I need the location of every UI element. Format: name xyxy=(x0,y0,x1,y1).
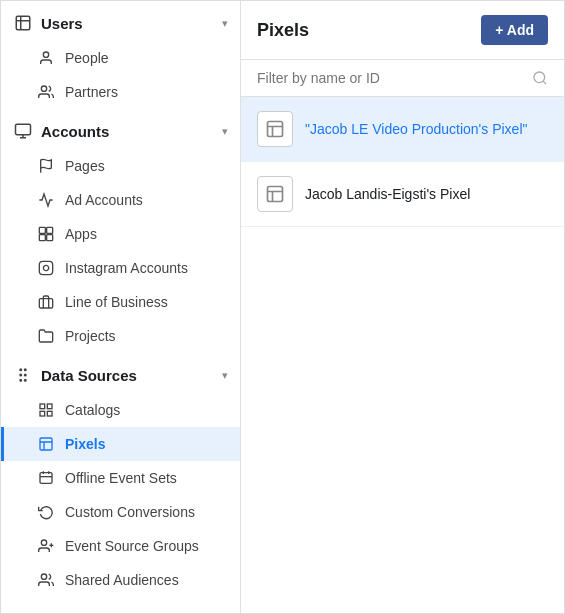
svg-rect-11 xyxy=(39,235,45,241)
pixel-list: "Jacob LE Video Production's Pixel" Jaco… xyxy=(241,97,564,613)
sidebar-item-ad-accounts[interactable]: Ad Accounts xyxy=(1,183,240,217)
pages-label: Pages xyxy=(65,158,105,174)
partners-label: Partners xyxy=(65,84,118,100)
ad-accounts-icon xyxy=(37,191,55,209)
accounts-section-label: Accounts xyxy=(41,123,109,140)
svg-point-18 xyxy=(20,380,22,382)
svg-point-17 xyxy=(20,369,22,371)
accounts-section-icon xyxy=(13,121,33,141)
section-users[interactable]: Users ▾ xyxy=(1,1,240,41)
sidebar-item-instagram-accounts[interactable]: Instagram Accounts xyxy=(1,251,240,285)
svg-rect-10 xyxy=(47,227,53,233)
users-section-label: Users xyxy=(41,15,83,32)
pixel-item-icon-1 xyxy=(257,111,293,147)
svg-rect-37 xyxy=(268,122,283,137)
svg-rect-9 xyxy=(39,227,45,233)
svg-rect-27 xyxy=(40,473,52,484)
svg-point-21 xyxy=(25,380,27,382)
sidebar-item-pages[interactable]: Pages xyxy=(1,149,240,183)
catalogs-icon xyxy=(37,401,55,419)
search-input[interactable] xyxy=(257,70,524,86)
custom-conversions-label: Custom Conversions xyxy=(65,504,195,520)
svg-point-31 xyxy=(41,540,46,545)
svg-rect-0 xyxy=(16,16,30,30)
svg-rect-25 xyxy=(40,411,45,416)
pixel-name-1: "Jacob LE Video Production's Pixel" xyxy=(305,121,527,137)
business-icon xyxy=(37,293,55,311)
pixels-icon xyxy=(37,435,55,453)
svg-rect-5 xyxy=(16,124,31,135)
section-accounts[interactable]: Accounts ▾ xyxy=(1,109,240,149)
svg-point-19 xyxy=(25,374,27,376)
pixel-name-2: Jacob Landis-Eigsti's Pixel xyxy=(305,186,470,202)
main-header: Pixels + Add xyxy=(241,1,564,60)
offline-event-sets-label: Offline Event Sets xyxy=(65,470,177,486)
sidebar-item-apps[interactable]: Apps xyxy=(1,217,240,251)
sidebar-item-projects[interactable]: Projects xyxy=(1,319,240,353)
add-button[interactable]: + Add xyxy=(481,15,548,45)
pixels-label: Pixels xyxy=(65,436,105,452)
partners-icon xyxy=(37,83,55,101)
data-sources-chevron-icon: ▾ xyxy=(222,369,228,382)
projects-icon xyxy=(37,327,55,345)
sidebar-item-pixels[interactable]: Pixels xyxy=(1,427,240,461)
data-sources-section-label: Data Sources xyxy=(41,367,137,384)
accounts-chevron-icon: ▾ xyxy=(222,125,228,138)
sidebar-item-offline-event-sets[interactable]: Offline Event Sets xyxy=(1,461,240,495)
svg-rect-15 xyxy=(39,299,52,308)
pages-icon xyxy=(37,157,55,175)
svg-rect-22 xyxy=(40,404,45,409)
apps-icon xyxy=(37,225,55,243)
apps-label: Apps xyxy=(65,226,97,242)
users-chevron-icon: ▾ xyxy=(222,17,228,30)
people-label: People xyxy=(65,50,109,66)
main-content: Pixels + Add "Jacob LE Video Production'… xyxy=(241,1,564,613)
svg-point-16 xyxy=(20,374,22,376)
event-source-groups-label: Event Source Groups xyxy=(65,538,199,554)
pixel-item-2[interactable]: Jacob Landis-Eigsti's Pixel xyxy=(241,162,564,227)
shared-audiences-icon xyxy=(37,571,55,589)
pixel-item-icon-2 xyxy=(257,176,293,212)
sidebar-item-line-of-business[interactable]: Line of Business xyxy=(1,285,240,319)
event-source-icon xyxy=(37,537,55,555)
sidebar-item-people[interactable]: People xyxy=(1,41,240,75)
offline-icon xyxy=(37,469,55,487)
users-section-icon xyxy=(13,13,33,33)
svg-rect-23 xyxy=(47,404,52,409)
search-icon xyxy=(532,70,548,86)
svg-point-3 xyxy=(43,52,48,57)
person-icon xyxy=(37,49,55,67)
svg-point-35 xyxy=(534,72,545,83)
sidebar-item-event-source-groups[interactable]: Event Source Groups xyxy=(1,529,240,563)
search-bar xyxy=(241,60,564,97)
shared-audiences-label: Shared Audiences xyxy=(65,572,179,588)
sidebar-item-custom-conversions[interactable]: Custom Conversions xyxy=(1,495,240,529)
instagram-accounts-label: Instagram Accounts xyxy=(65,260,188,276)
svg-rect-13 xyxy=(39,261,52,274)
svg-rect-12 xyxy=(47,235,53,241)
svg-point-4 xyxy=(41,86,46,91)
svg-point-20 xyxy=(25,369,27,371)
svg-rect-24 xyxy=(47,411,52,416)
svg-rect-38 xyxy=(268,187,283,202)
svg-point-34 xyxy=(41,574,46,579)
page-title: Pixels xyxy=(257,20,309,41)
sidebar: Users ▾ People Partners xyxy=(1,1,241,613)
svg-line-36 xyxy=(543,81,546,84)
pixel-item-1[interactable]: "Jacob LE Video Production's Pixel" xyxy=(241,97,564,162)
section-data-sources[interactable]: Data Sources ▾ xyxy=(1,353,240,393)
line-of-business-label: Line of Business xyxy=(65,294,168,310)
instagram-icon xyxy=(37,259,55,277)
projects-label: Projects xyxy=(65,328,116,344)
conversion-icon xyxy=(37,503,55,521)
sidebar-item-catalogs[interactable]: Catalogs xyxy=(1,393,240,427)
sidebar-item-shared-audiences[interactable]: Shared Audiences xyxy=(1,563,240,597)
ad-accounts-label: Ad Accounts xyxy=(65,192,143,208)
svg-rect-26 xyxy=(40,438,52,450)
data-sources-section-icon xyxy=(13,365,33,385)
sidebar-item-partners[interactable]: Partners xyxy=(1,75,240,109)
catalogs-label: Catalogs xyxy=(65,402,120,418)
